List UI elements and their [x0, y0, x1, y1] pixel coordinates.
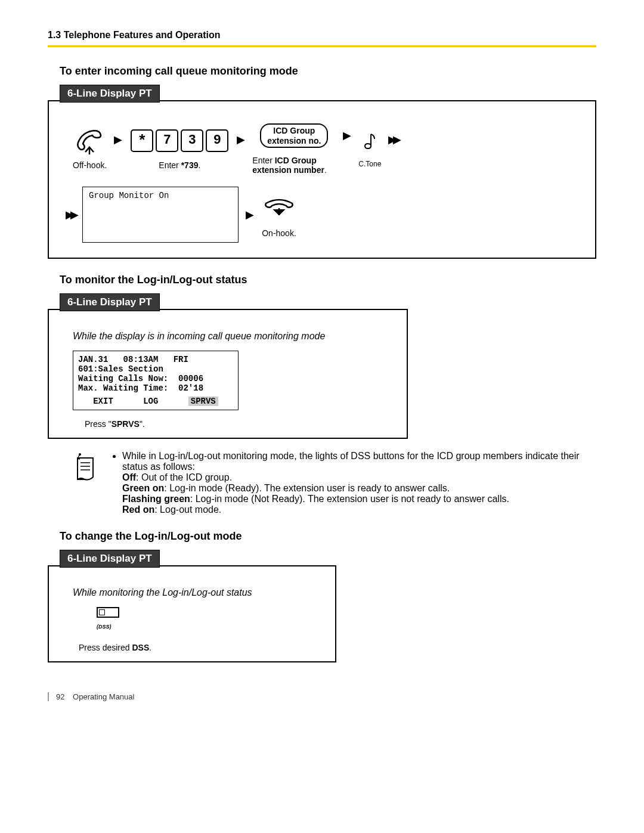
section3-title: To change the Log-in/Log-out mode — [60, 530, 596, 543]
section2-tab: 6-Line Display PT — [60, 293, 160, 311]
step-icd: ICD Group extension no. Enter ICD Group … — [252, 119, 336, 175]
section3-box: While monitoring the Log-in/Log-out stat… — [48, 565, 336, 662]
header-rule — [48, 45, 596, 47]
page-header: 1.3 Telephone Features and Operation — [48, 30, 596, 41]
dss-label: (DSS) — [97, 624, 112, 630]
lcd-display: Group Monitor On — [82, 187, 239, 243]
key-7: 7 — [156, 129, 178, 152]
section2-title: To monitor the Log-in/Log-out status — [60, 274, 596, 286]
step-lcd: Group Monitor On — [82, 187, 239, 243]
step-offhook: Off-hook. — [73, 124, 107, 170]
dss-button-icon — [97, 607, 119, 618]
step-keys: * 7 3 9 Enter *739. — [129, 124, 230, 170]
icd-box: ICD Group extension no. — [260, 123, 328, 148]
double-arrow-icon: ▶▶ — [61, 208, 80, 221]
arrow-icon: ▶ — [232, 133, 250, 146]
keys-caption: Enter *739. — [159, 160, 200, 170]
page-footer: 92 Operating Manual — [48, 692, 596, 701]
onhook-icon — [261, 192, 297, 225]
section1-title: To enter incoming call queue monitoring … — [60, 65, 596, 78]
arrow-icon: ▶ — [241, 208, 259, 221]
icd-caption: Enter ICD Group extension number. — [252, 156, 336, 175]
ctone-caption: C.Tone — [358, 160, 381, 168]
softkey-exit: EXIT — [93, 397, 113, 406]
offhook-caption: Off-hook. — [73, 160, 107, 170]
softkey-log: LOG — [143, 397, 158, 406]
onhook-caption: On-hook. — [262, 228, 296, 238]
section2-box: While the display is in incoming call qu… — [48, 309, 408, 439]
step-ctone: C.Tone — [358, 126, 381, 168]
softkey-sprvs: SPRVS — [188, 397, 218, 406]
step-onhook: On-hook. — [261, 192, 297, 238]
note-icon — [72, 451, 98, 484]
arrow-icon: ▶ — [109, 133, 127, 146]
key-3: 3 — [181, 129, 203, 152]
lcd-display-large: JAN.31 08:13AM FRI 601:Sales Section Wai… — [73, 351, 239, 410]
key-star: * — [131, 129, 153, 152]
arrow-icon: ▶ — [338, 129, 356, 142]
section1-tab: 6-Line Display PT — [60, 85, 160, 103]
press-dss: Press desired DSS. — [79, 643, 323, 652]
note-text: While in Log-in/Log-out monitoring mode,… — [110, 451, 584, 515]
press-sprvs: Press "SPRVS". — [85, 419, 395, 429]
section1-box: Off-hook. ▶ * 7 3 9 Enter *739. ▶ — [48, 100, 596, 259]
section3-note: While monitoring the Log-in/Log-out stat… — [73, 587, 323, 598]
section2-note: While the display is in incoming call qu… — [73, 331, 395, 342]
offhook-icon — [73, 124, 106, 157]
key-9: 9 — [206, 129, 228, 152]
double-arrow-icon: ▶▶ — [383, 133, 402, 146]
section3-tab: 6-Line Display PT — [60, 550, 160, 568]
ctone-icon — [360, 126, 379, 159]
